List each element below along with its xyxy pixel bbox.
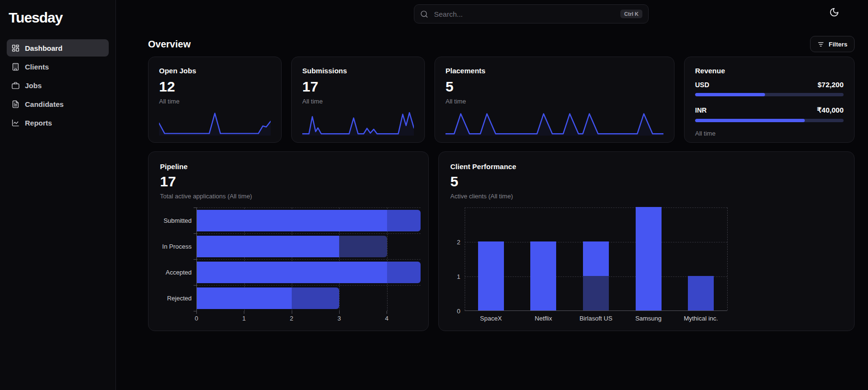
- gridline: [727, 207, 728, 310]
- bar-segment: [688, 276, 714, 310]
- charts-row: Pipeline 17 Total active applications (A…: [148, 151, 855, 331]
- axis-tick: [339, 311, 340, 314]
- client-plot-area: SpaceXNetflixBirlasoft USSamsungMythical…: [465, 207, 727, 311]
- pipeline-bar-rejected: [197, 287, 339, 309]
- bar-segment: [197, 236, 339, 257]
- bar-segment: [583, 276, 609, 310]
- bar-segment: [387, 210, 421, 231]
- pipeline-category-label: Accepted: [160, 259, 196, 285]
- sidebar-item-clients[interactable]: Clients: [7, 58, 109, 75]
- inr-progress-fill: [695, 119, 805, 122]
- axis-tick: [194, 259, 196, 260]
- axis-tick-label: 4: [385, 315, 388, 322]
- app-window: Tuesday DashboardClientsJobsCandidatesRe…: [0, 0, 868, 390]
- filters-button[interactable]: Filters: [810, 36, 855, 52]
- axis-tick-label: 0: [194, 315, 198, 322]
- sidebar-item-label: Dashboard: [25, 44, 62, 52]
- revenue-inr-row: INR ₹40,000: [695, 106, 844, 115]
- bar-segment: [197, 287, 292, 309]
- client-performance-chart: 012 SpaceXNetflixBirlasoft USSamsungMyth…: [450, 207, 843, 311]
- axis-tick-label: 2: [290, 315, 293, 322]
- bar-segment: [339, 236, 387, 257]
- topbar: Ctrl K: [148, 0, 855, 27]
- client-bar-birlasoft-us: [583, 241, 609, 310]
- client-bar-netflix: [530, 241, 556, 310]
- search-icon: [420, 10, 428, 18]
- pipeline-value: 17: [160, 173, 421, 190]
- pipeline-category-axis: SubmittedIn ProcessAcceptedRejected: [160, 207, 196, 311]
- search-input[interactable]: [433, 10, 616, 19]
- pipeline-row: [197, 285, 421, 311]
- chart-icon: [11, 119, 20, 127]
- axis-tick-label: 0: [457, 308, 460, 315]
- card-value: 12: [159, 79, 271, 95]
- client-value-axis: 012: [450, 207, 465, 311]
- bar-segment: [292, 287, 339, 309]
- sidebar-item-candidates[interactable]: Candidates: [7, 95, 109, 113]
- currency-amount-inr: ₹40,000: [817, 106, 844, 115]
- building-icon: [11, 63, 20, 71]
- sparkline-chart: [445, 109, 663, 136]
- pipeline-value-axis: 01234: [196, 311, 421, 322]
- axis-tick-label: 2: [457, 239, 460, 246]
- card-caption: All time: [302, 98, 414, 105]
- card-caption: All time: [159, 98, 271, 105]
- sparkline-chart: [302, 109, 414, 136]
- dashboard-icon: [11, 44, 20, 52]
- bar-segment: [530, 241, 556, 310]
- revenue-card-title: Revenue: [695, 67, 844, 75]
- axis-tick-label: 1: [242, 315, 246, 322]
- sidebar-item-label: Reports: [25, 119, 52, 127]
- client-category-label: Netflix: [535, 315, 552, 322]
- revenue-caption: All time: [695, 130, 844, 137]
- bar-segment: [197, 210, 387, 231]
- sidebar-item-label: Clients: [25, 63, 49, 71]
- open-jobs-card: Open Jobs12All time: [148, 57, 282, 143]
- sidebar-item-dashboard[interactable]: Dashboard: [7, 39, 109, 57]
- submissions-card: Submissions17All time: [291, 57, 425, 143]
- axis-tick-label: 3: [337, 315, 341, 322]
- card-caption: All time: [445, 98, 663, 105]
- client-category-label: Samsung: [635, 315, 662, 322]
- client-performance-caption: Active clients (All time): [450, 193, 843, 200]
- card-value: 17: [302, 79, 414, 95]
- placements-card: Placements5All time: [434, 57, 674, 143]
- inr-progress-track: [695, 119, 844, 122]
- sidebar-item-reports[interactable]: Reports: [7, 114, 109, 131]
- client-category-label: SpaceX: [480, 315, 502, 322]
- page-title: Overview: [148, 39, 191, 50]
- client-bar-spacex: [478, 241, 504, 310]
- card-title: Open Jobs: [159, 67, 271, 75]
- client-bar-mythical-inc: [688, 276, 714, 310]
- pipeline-caption: Total active applications (All time): [160, 193, 421, 200]
- card-value: 5: [445, 79, 663, 95]
- pipeline-row: [197, 259, 421, 285]
- bar-segment: [478, 241, 504, 310]
- theme-toggle-button[interactable]: [828, 6, 840, 18]
- bar-segment: [387, 262, 421, 283]
- pipeline-card: Pipeline 17 Total active applications (A…: [148, 151, 429, 331]
- client-performance-card: Client Performance 5 Active clients (All…: [438, 151, 855, 331]
- usd-progress-fill: [695, 93, 765, 96]
- client-bar-samsung: [636, 207, 662, 310]
- client-performance-value: 5: [450, 173, 843, 190]
- pipeline-row: [197, 233, 421, 259]
- pipeline-bar-accepted: [197, 262, 421, 283]
- axis-tick-label: 1: [457, 273, 460, 280]
- briefcase-icon: [11, 81, 20, 90]
- pipeline-title: Pipeline: [160, 162, 421, 171]
- axis-tick: [244, 311, 244, 314]
- page-header: Overview Filters: [148, 35, 855, 53]
- client-category-label: Birlasoft US: [580, 315, 613, 322]
- sparkline-chart: [159, 109, 271, 136]
- sidebar-item-jobs[interactable]: Jobs: [7, 77, 109, 94]
- card-title: Submissions: [302, 67, 414, 75]
- axis-tick: [194, 233, 196, 234]
- pipeline-row: [197, 207, 421, 233]
- sidebar-item-label: Jobs: [25, 81, 42, 90]
- pipeline-category-label: Submitted: [160, 207, 196, 233]
- sidebar-nav: DashboardClientsJobsCandidatesReports: [0, 39, 115, 131]
- search-bar[interactable]: Ctrl K: [414, 4, 649, 23]
- bar-segment: [636, 207, 662, 310]
- client-category-label: Mythical inc.: [684, 315, 718, 322]
